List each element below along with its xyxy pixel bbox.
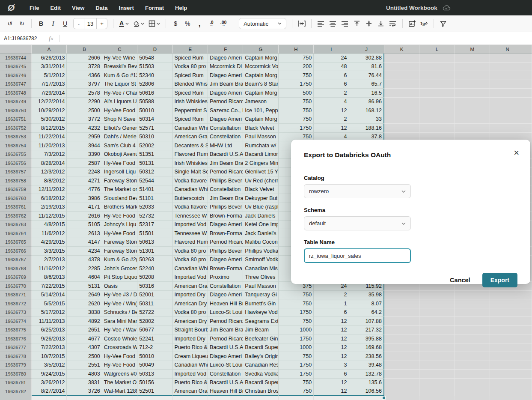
- cell[interactable]: 4776: [67, 185, 102, 194]
- cell[interactable]: [455, 370, 490, 379]
- cell[interactable]: 750: [279, 115, 314, 124]
- cell[interactable]: 3/31/2014: [32, 63, 67, 72]
- column-header-M[interactable]: M: [455, 45, 490, 54]
- cell[interactable]: Jim Beam Bra: [208, 159, 243, 168]
- cell[interactable]: Jim Beam Bra: [208, 194, 243, 203]
- cell[interactable]: 1750: [279, 361, 314, 370]
- increase-decimal-button[interactable]: .00→: [218, 18, 229, 29]
- decrease-decimal-button[interactable]: .0←: [206, 18, 217, 29]
- cell[interactable]: 4/29/2015: [32, 238, 67, 247]
- cell[interactable]: 750: [279, 98, 314, 107]
- row-header-19636756[interactable]: 19636756: [0, 159, 32, 168]
- cell[interactable]: Constellation: [208, 124, 243, 133]
- cell[interactable]: 52722: [137, 308, 172, 317]
- cell[interactable]: Christian Bros: [243, 387, 278, 396]
- cell[interactable]: 2649: [67, 291, 102, 300]
- cell[interactable]: [384, 291, 419, 300]
- row-header-19636781[interactable]: 19636781: [0, 379, 32, 388]
- cell[interactable]: 3797: [67, 80, 102, 89]
- cell[interactable]: 4307: [67, 343, 102, 352]
- cell[interactable]: 750: [279, 106, 314, 115]
- cell[interactable]: Pernod Ricard: [208, 334, 243, 343]
- cell[interactable]: 2285: [67, 264, 102, 273]
- cell[interactable]: 4: [314, 98, 349, 107]
- cell[interactable]: 188.16: [349, 124, 384, 133]
- cell[interactable]: Dekuyper But: [243, 194, 278, 203]
- cell[interactable]: [384, 396, 419, 400]
- cell[interactable]: [455, 299, 490, 308]
- cell[interactable]: 12: [314, 124, 349, 133]
- row-header-19636746[interactable]: 19636746: [0, 71, 32, 80]
- cell[interactable]: 4171: [67, 203, 102, 212]
- cell[interactable]: Black Velvet: [243, 185, 278, 194]
- column-header-C[interactable]: C: [102, 45, 137, 54]
- cell[interactable]: 50677: [137, 326, 172, 335]
- cell[interactable]: 8/12/2015: [32, 124, 67, 133]
- cell[interactable]: [137, 396, 172, 400]
- cell[interactable]: 3/5/2012: [32, 361, 67, 370]
- cell[interactable]: 2587: [67, 159, 102, 168]
- cell[interactable]: [419, 343, 455, 352]
- cell[interactable]: [525, 80, 532, 89]
- valign-bottom-button[interactable]: [375, 18, 386, 29]
- cell[interactable]: 3831: [67, 379, 102, 388]
- cell[interactable]: [384, 308, 419, 317]
- row-header-19636770[interactable]: 19636770: [0, 282, 32, 291]
- cell[interactable]: Peppermint S: [173, 106, 208, 115]
- cell[interactable]: 6: [314, 370, 349, 379]
- cell[interactable]: The Market or: [102, 185, 137, 194]
- menu-format[interactable]: Format: [140, 2, 169, 14]
- cell[interactable]: [490, 115, 525, 124]
- cell[interactable]: [419, 387, 455, 396]
- row-header-19636771[interactable]: 19636771: [0, 291, 32, 300]
- cell[interactable]: Proximo: [208, 273, 243, 282]
- cell[interactable]: [384, 54, 419, 63]
- cell[interactable]: [490, 361, 525, 370]
- cell[interactable]: Hy-Vee #3 / D: [102, 291, 137, 300]
- select-all-corner[interactable]: [0, 45, 32, 54]
- cell[interactable]: Diageo Ameri: [208, 221, 243, 230]
- cell[interactable]: [102, 396, 137, 400]
- row-header-19636773[interactable]: 19636773: [0, 308, 32, 317]
- cell[interactable]: 52544: [137, 176, 172, 185]
- cell[interactable]: Kum & Go #13: [102, 71, 137, 80]
- cell[interactable]: 11/22/2014: [32, 133, 67, 142]
- cell[interactable]: Brown-Forma: [208, 264, 243, 273]
- cell[interactable]: 395.88: [349, 334, 384, 343]
- cell[interactable]: 169.68: [349, 343, 384, 352]
- cell[interactable]: 217.32: [349, 326, 384, 335]
- cell[interactable]: Jack Daniels: [243, 212, 278, 221]
- row-header-19636762[interactable]: 19636762: [0, 212, 32, 221]
- borders-button[interactable]: [147, 18, 162, 29]
- cell[interactable]: [455, 396, 490, 400]
- cell[interactable]: 12: [314, 326, 349, 335]
- cell[interactable]: 50310: [137, 133, 172, 142]
- cell[interactable]: 2500: [67, 352, 102, 361]
- row-header-19636780[interactable]: 19636780: [0, 370, 32, 379]
- cell[interactable]: American Dry: [173, 299, 208, 308]
- font-size-value[interactable]: 13: [84, 18, 97, 29]
- menu-file[interactable]: File: [24, 2, 45, 14]
- cell[interactable]: Puerto Rico &: [173, 379, 208, 388]
- cell[interactable]: Kum & Go #2(: [102, 256, 137, 265]
- cell[interactable]: 8/28/2014: [32, 159, 67, 168]
- cell[interactable]: 1: [314, 299, 349, 308]
- cell[interactable]: 3390: [67, 150, 102, 159]
- cell[interactable]: [384, 370, 419, 379]
- cell[interactable]: [455, 54, 490, 63]
- cell[interactable]: 4/8/2015: [32, 221, 67, 230]
- cell[interactable]: Captain Morg: [243, 54, 278, 63]
- cell[interactable]: [490, 54, 525, 63]
- cell[interactable]: 48: [314, 63, 349, 72]
- cell[interactable]: 50548: [137, 54, 172, 63]
- cell[interactable]: 750: [279, 291, 314, 300]
- cell[interactable]: [384, 343, 419, 352]
- cell[interactable]: Hawkeye Vod: [243, 308, 278, 317]
- cell[interactable]: 52571: [137, 124, 172, 133]
- cell[interactable]: Tanqueray Gi: [243, 291, 278, 300]
- cell[interactable]: 750: [279, 379, 314, 388]
- cell[interactable]: 11/12/2015: [32, 212, 67, 221]
- cell[interactable]: [384, 334, 419, 343]
- cell[interactable]: 106.56: [349, 387, 384, 396]
- cell[interactable]: Brothers Mark: [102, 203, 137, 212]
